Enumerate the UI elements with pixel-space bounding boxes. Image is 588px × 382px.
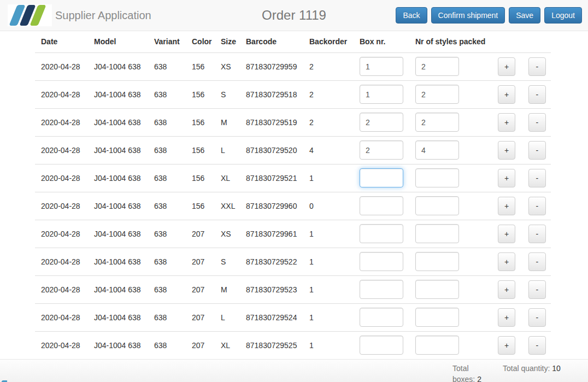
decrement-button[interactable]: - (528, 57, 546, 76)
size-cell: L (215, 303, 240, 331)
backorder-cell: 0 (303, 192, 354, 220)
box-nr-cell (354, 52, 409, 80)
row-actions-cell: + - (493, 164, 551, 192)
model-cell: J04-1004 638 (88, 220, 148, 248)
increment-button[interactable]: + (498, 336, 515, 355)
size-cell: M (215, 275, 240, 303)
size-cell: S (215, 80, 240, 108)
increment-button[interactable]: + (498, 57, 515, 76)
save-button[interactable]: Save (509, 7, 540, 23)
header-buttons: Back Confirm shipment Save Logout (396, 7, 588, 23)
nr-styles-packed-cell (409, 136, 493, 164)
decrement-button[interactable]: - (528, 280, 546, 299)
box-nr-input[interactable] (360, 280, 403, 299)
styles-packed-input[interactable] (415, 140, 459, 160)
increment-button[interactable]: + (498, 141, 515, 160)
decrement-button[interactable]: - (528, 141, 546, 160)
brand: Supplier Application (0, 4, 151, 26)
date-cell: 2020-04-28 (35, 164, 88, 192)
decrement-button[interactable]: - (528, 85, 546, 104)
date-cell: 2020-04-28 (35, 248, 88, 275)
table-row: 2020-04-28 J04-1004 638 638 207 M 871830… (35, 275, 551, 303)
table-row: 2020-04-28 J04-1004 638 638 156 XS 87183… (35, 52, 551, 80)
nr-styles-packed-cell (409, 220, 493, 248)
box-nr-input[interactable] (360, 85, 403, 104)
nr-styles-packed-cell (409, 248, 493, 275)
box-nr-input[interactable] (360, 308, 403, 327)
box-nr-cell (354, 108, 409, 136)
box-nr-input[interactable] (360, 252, 403, 271)
column-header-model: Model (88, 31, 148, 52)
backorder-cell: 2 (303, 108, 354, 136)
model-cell: J04-1004 638 (88, 248, 148, 275)
box-nr-input[interactable] (360, 140, 403, 160)
column-header-date: Date (35, 31, 88, 52)
increment-button[interactable]: + (498, 85, 515, 104)
barcode-cell: 871830729520 (240, 136, 303, 164)
decrement-button[interactable]: - (528, 336, 546, 355)
date-cell: 2020-04-28 (35, 192, 88, 220)
row-actions-cell: + - (493, 248, 551, 275)
increment-button[interactable]: + (498, 308, 515, 327)
box-nr-cell (354, 136, 409, 164)
styles-packed-input[interactable] (415, 113, 459, 132)
styles-packed-input[interactable] (415, 252, 459, 271)
box-nr-input[interactable] (360, 168, 403, 187)
styles-packed-input[interactable] (415, 196, 459, 215)
color-cell: 207 (186, 331, 215, 359)
total-boxes-value: 2 (477, 375, 481, 382)
order-lines-section: Date Model Variant Color Size Barcode Ba… (35, 31, 551, 359)
color-cell: 207 (186, 220, 215, 248)
increment-button[interactable]: + (498, 197, 515, 215)
backorder-cell: 1 (303, 303, 354, 331)
barcode-cell: 871830729521 (240, 164, 303, 192)
app-logo-icon (8, 4, 52, 26)
barcode-cell: 871830729525 (240, 331, 303, 359)
decrement-button[interactable]: - (528, 113, 546, 132)
styles-packed-input[interactable] (415, 57, 459, 76)
nr-styles-packed-cell (409, 80, 493, 108)
model-cell: J04-1004 638 (88, 136, 148, 164)
box-nr-input[interactable] (360, 196, 403, 215)
increment-button[interactable]: + (498, 169, 515, 187)
variant-cell: 638 (148, 136, 186, 164)
logout-button[interactable]: Logout (544, 7, 582, 23)
styles-packed-input[interactable] (415, 308, 459, 327)
styles-packed-input[interactable] (415, 168, 459, 187)
styles-packed-input[interactable] (415, 280, 459, 299)
box-nr-input[interactable] (360, 57, 403, 76)
row-actions-cell: + - (493, 52, 551, 80)
date-cell: 2020-04-28 (35, 136, 88, 164)
color-cell: 156 (186, 192, 215, 220)
styles-packed-input[interactable] (415, 336, 459, 355)
total-quantity-label: Total quantity: (503, 364, 550, 373)
styles-packed-input[interactable] (415, 85, 459, 104)
confirm-shipment-button[interactable]: Confirm shipment (431, 7, 505, 23)
box-nr-input[interactable] (360, 224, 403, 243)
barcode-cell: 871830729519 (240, 108, 303, 136)
styles-packed-input[interactable] (415, 224, 459, 243)
increment-button[interactable]: + (498, 280, 515, 299)
date-cell: 2020-04-28 (35, 220, 88, 248)
decrement-button[interactable]: - (528, 252, 546, 271)
box-nr-cell (354, 248, 409, 275)
model-cell: J04-1004 638 (88, 303, 148, 331)
box-nr-cell (354, 192, 409, 220)
increment-button[interactable]: + (498, 252, 515, 271)
box-nr-cell (354, 275, 409, 303)
table-header-row: Date Model Variant Color Size Barcode Ba… (35, 31, 551, 52)
model-cell: J04-1004 638 (88, 164, 148, 192)
increment-button[interactable]: + (498, 225, 515, 243)
decrement-button[interactable]: - (528, 225, 546, 243)
table-row: 2020-04-28 J04-1004 638 638 207 XS 87183… (35, 220, 551, 248)
decrement-button[interactable]: - (528, 197, 546, 215)
box-nr-input[interactable] (360, 113, 403, 132)
decrement-button[interactable]: - (528, 308, 546, 327)
model-cell: J04-1004 638 (88, 80, 148, 108)
box-nr-input[interactable] (360, 336, 403, 355)
size-cell: XL (215, 331, 240, 359)
increment-button[interactable]: + (498, 113, 515, 132)
table-row: 2020-04-28 J04-1004 638 638 207 L 871830… (35, 303, 551, 331)
decrement-button[interactable]: - (528, 169, 546, 187)
back-button[interactable]: Back (396, 7, 427, 23)
